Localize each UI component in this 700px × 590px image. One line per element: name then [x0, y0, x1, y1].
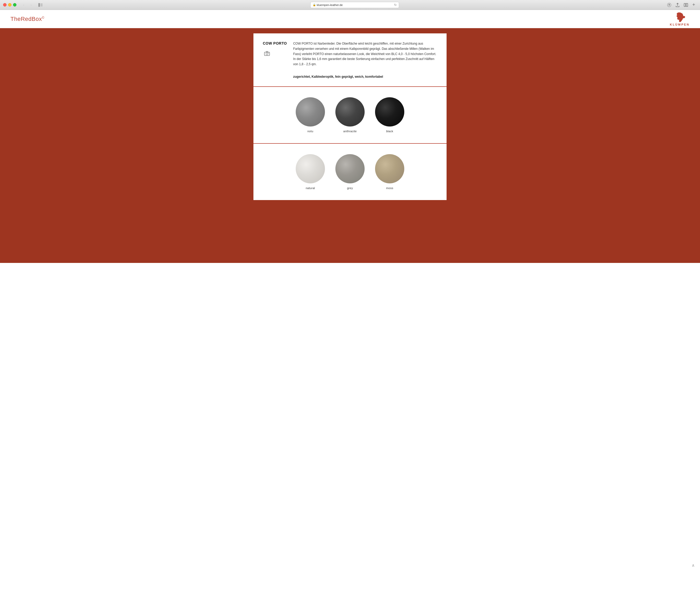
swatch-item-grey[interactable]: grey: [335, 154, 365, 190]
swatch-label-notu: notu: [308, 130, 314, 133]
product-right: COW PORTO ist Narbenleder. Die Oberfläch…: [293, 41, 437, 79]
browser-titlebar: ‹ › 🔒 kluempen-leather.de ↻: [0, 0, 700, 10]
site-logo[interactable]: TheRedBox©: [10, 16, 45, 22]
logo-text: TheRedBox: [10, 16, 42, 22]
swatch-item-black[interactable]: black: [375, 97, 404, 133]
light-swatch-group: natural grey moss: [259, 154, 441, 190]
swatch-item-moss[interactable]: moss: [375, 154, 404, 190]
product-card: COW PORTO COW PORTO ist Narbenleder. Die…: [253, 33, 447, 86]
logo-sup: ©: [42, 16, 45, 19]
swatch-label-black: black: [386, 130, 393, 133]
minimize-button[interactable]: [8, 3, 11, 6]
swatch-circle-natural[interactable]: [296, 154, 325, 183]
product-description: COW PORTO ist Narbenleder. Die Oberfläch…: [293, 41, 437, 67]
page-content: COW PORTO COW PORTO ist Narbenleder. Die…: [0, 28, 700, 263]
swatch-circle-anthracite[interactable]: [335, 97, 365, 126]
svg-rect-0: [38, 3, 40, 7]
url-text: kluempen-leather.de: [317, 3, 343, 6]
address-bar[interactable]: 🔒 kluempen-leather.de ↻: [310, 2, 399, 8]
forward-button[interactable]: ›: [28, 2, 34, 8]
svg-rect-2: [40, 5, 42, 5]
website: TheRedBox© KLÜMPEN COW PORTO: [0, 10, 700, 263]
content-wrapper: COW PORTO COW PORTO ist Narbenleder. Die…: [253, 33, 447, 200]
swatch-label-grey: grey: [347, 187, 353, 190]
svg-point-8: [266, 53, 268, 55]
swatch-label-natural: natural: [305, 187, 315, 190]
dark-swatches-card: notu anthracite black: [253, 87, 447, 143]
share-button[interactable]: [674, 2, 681, 8]
swatch-item-notu[interactable]: notu: [296, 97, 325, 133]
lock-icon: 🔒: [313, 3, 316, 6]
swatch-circle-grey[interactable]: [335, 154, 365, 183]
product-tags: zugerichtet, Kalblederoptik, fein gepräg…: [293, 75, 437, 79]
close-button[interactable]: [3, 3, 7, 6]
svg-rect-6: [686, 3, 688, 6]
browser-actions: +: [666, 2, 697, 8]
svg-rect-3: [40, 6, 42, 6]
back-button[interactable]: ‹: [21, 2, 27, 8]
swatch-circle-notu[interactable]: [296, 97, 325, 126]
light-swatches-card: natural grey moss: [253, 144, 447, 200]
sidebar-toggle-button[interactable]: [37, 2, 43, 8]
swatch-label-anthracite: anthracite: [343, 130, 357, 133]
brand-logo[interactable]: KLÜMPEN: [670, 12, 690, 26]
swatch-item-natural[interactable]: natural: [296, 154, 325, 190]
product-title: COW PORTO: [263, 41, 287, 45]
product-left: COW PORTO: [263, 41, 287, 79]
svg-rect-1: [40, 4, 42, 4]
brand-name: KLÜMPEN: [670, 23, 690, 26]
dark-swatch-group: notu anthracite black: [259, 97, 441, 133]
horse-icon: [673, 12, 686, 22]
address-bar-container: 🔒 kluempen-leather.de ↻: [49, 2, 660, 8]
browser-nav: ‹ ›: [21, 2, 34, 8]
traffic-lights: [3, 3, 16, 6]
swatch-circle-moss[interactable]: [375, 154, 404, 183]
download-button[interactable]: [666, 2, 673, 8]
new-tab-button[interactable]: +: [691, 2, 697, 8]
reload-button[interactable]: ↻: [394, 3, 397, 7]
swatch-circle-black[interactable]: [375, 97, 404, 126]
swatch-item-anthracite[interactable]: anthracite: [335, 97, 365, 133]
svg-point-9: [268, 53, 269, 53]
camera-icon[interactable]: [263, 50, 271, 57]
svg-rect-5: [684, 3, 686, 6]
site-header: TheRedBox© KLÜMPEN: [0, 10, 700, 28]
maximize-button[interactable]: [13, 3, 16, 6]
swatch-label-moss: moss: [386, 187, 393, 190]
browser-frame: ‹ › 🔒 kluempen-leather.de ↻: [0, 0, 700, 10]
split-view-button[interactable]: [682, 2, 690, 8]
